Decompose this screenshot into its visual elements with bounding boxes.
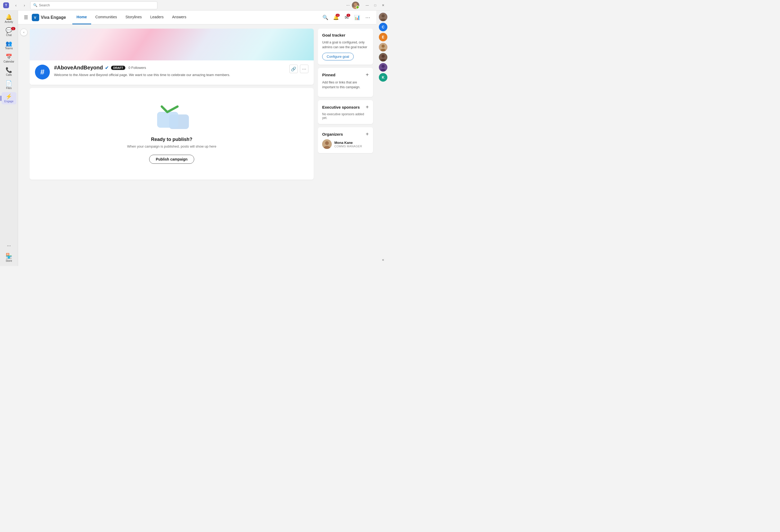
right-panel-avatar-1[interactable] [379,13,387,21]
sidebar-item-calls[interactable]: 📞 Calls [2,66,16,78]
notification-badge: 12 [336,14,340,17]
organizer-avatar [322,139,332,149]
search-button[interactable]: 🔍 [321,13,330,22]
campaign-title-row: #AboveAndBeyond ✔ DRAFT 0 Followers [54,65,285,71]
campaign-details: #AboveAndBeyond ✔ DRAFT 0 Followers Welc… [54,65,285,78]
more-button[interactable]: ⋯ [363,13,372,22]
pinned-title: Pinned [322,72,335,77]
search-input[interactable] [39,3,154,7]
nav-link-storylines[interactable]: Storylines [121,11,146,25]
more-options[interactable]: ··· [346,3,350,8]
exec-sponsors-header: Executive sponsors + [322,104,369,110]
more-options-button[interactable]: ⋯ [300,65,308,73]
sidebar-item-teams[interactable]: 👥 Teams [2,39,16,51]
back-button[interactable]: ‹ [12,2,19,9]
sidebar-item-label: Store [6,259,12,262]
search-bar[interactable]: 🔍 [30,1,157,9]
nav-buttons: ‹ › [12,2,28,9]
publish-campaign-button[interactable]: Publish campaign [149,155,194,164]
svg-point-23 [382,65,385,68]
goal-tracker-header: Goal tracker [322,33,369,37]
organizer-role: COMMS MANAGER [334,145,362,148]
sidebar-item-calendar[interactable]: 📅 Calendar [2,52,16,65]
messages-button[interactable]: ✉ 5 [342,13,351,22]
minimize-button[interactable]: — [363,2,371,9]
user-avatar[interactable] [352,2,359,9]
organizers-header: Organizers + [322,132,369,137]
right-panel-avatar-6[interactable] [379,63,387,71]
svg-point-17 [382,45,385,48]
app-container: 🔔 Activity 1 💬 Chat 👥 Teams 📅 Calendar 📞… [0,11,390,266]
more-apps-button[interactable]: ··· [5,241,13,251]
main-content: # #AboveAndBeyond ✔ DRAFT 0 Followers We… [30,25,318,266]
right-panel-collapse-button[interactable]: « [380,255,386,264]
svg-point-1 [353,6,358,9]
teams-logo: T [3,2,9,8]
organizers-card: Organizers + Mona Kane [318,127,373,153]
sidebar-item-engage[interactable]: ⚡ Engage [2,92,16,104]
nav-link-answers[interactable]: Answers [168,11,191,25]
sidebar-item-store[interactable]: 🏪 Store [2,252,16,264]
sidebar-item-label: Files [6,87,12,90]
nav-link-communities[interactable]: Communities [91,11,121,25]
no-sponsors-text: No executive sponsors added yet. [322,112,369,120]
content-area: ‹ # #AboveAndBeyond ✔ DRAFT 0 Fol [18,25,376,266]
svg-text:K: K [382,75,384,80]
hamburger-button[interactable]: ☰ [22,13,30,22]
nav-link-home[interactable]: Home [72,11,91,25]
configure-goal-button[interactable]: Configure goal [322,53,354,60]
sidebar-item-label: Engage [4,100,13,103]
svg-text:E: E [382,35,384,39]
svg-point-0 [354,3,357,6]
activity-icon: 🔔 [6,14,12,19]
campaign-header-card: # #AboveAndBeyond ✔ DRAFT 0 Followers We… [30,29,314,85]
window-controls: — □ ✕ [363,2,387,9]
sidebar-item-activity[interactable]: 🔔 Activity [2,13,16,25]
right-panel-avatar-4[interactable] [379,43,387,51]
title-bar: T ‹ › 🔍 ··· — □ ✕ [0,0,390,11]
top-nav-links: Home Communities Storylines Leaders Answ… [72,11,191,25]
sidebar-item-label: Calls [6,74,12,76]
svg-point-20 [382,55,385,58]
exec-sponsors-add-button[interactable]: + [365,104,369,110]
organizer-info: Mona Kane COMMS MANAGER [334,141,362,148]
collapse-button[interactable]: ‹ [20,29,28,36]
publish-illustration [156,104,188,130]
chat-badge: 1 [11,27,15,30]
campaign-avatar: # [35,65,50,80]
engage-logo-icon: V [32,14,39,21]
right-sidebar: Goal tracker Until a goal is configured,… [318,25,376,266]
forward-button[interactable]: › [21,2,28,9]
right-panel-avatar-3[interactable]: E [379,33,387,41]
nav-link-leaders[interactable]: Leaders [146,11,168,25]
close-button[interactable]: ✕ [379,2,387,9]
calls-icon: 📞 [6,67,12,72]
engage-logo-text: Viva Engage [41,15,66,20]
campaign-banner [30,29,314,60]
sidebar-item-chat[interactable]: 1 💬 Chat [2,26,16,38]
campaign-actions: 🔗 ⋯ [289,65,308,73]
right-panel-avatar-5[interactable] [379,53,387,61]
publish-card: Ready to publish? When your campaign is … [30,88,314,180]
organizers-add-button[interactable]: + [365,132,369,137]
right-panel-avatar-2[interactable]: C [379,23,387,31]
left-sidebar: 🔔 Activity 1 💬 Chat 👥 Teams 📅 Calendar 📞… [0,11,18,266]
pinned-add-button[interactable]: + [365,72,369,77]
campaign-title: #AboveAndBeyond [54,65,103,71]
analytics-button[interactable]: 📊 [353,13,361,22]
top-nav-right: 🔍 🔔 12 ✉ 5 📊 ⋯ [321,13,372,22]
search-icon: 🔍 [33,3,37,7]
publish-description: When your campaign is published, posts w… [127,144,216,148]
link-button[interactable]: 🔗 [289,65,298,73]
campaign-description: Welcome to the Above and Beyond official… [54,72,285,78]
teams-icon: 👥 [6,41,12,46]
notifications-button[interactable]: 🔔 12 [332,13,340,22]
pinned-desc: Add files or links that are important to… [322,80,369,90]
sidebar-item-label: Teams [5,47,13,50]
right-panel-avatar-7[interactable]: K [379,73,387,82]
maximize-button[interactable]: □ [372,2,379,9]
exec-sponsors-title: Executive sponsors [322,105,360,109]
campaign-info: # #AboveAndBeyond ✔ DRAFT 0 Followers We… [30,60,314,85]
sidebar-item-files[interactable]: 📄 Files [2,79,16,91]
message-badge: 5 [347,14,350,17]
